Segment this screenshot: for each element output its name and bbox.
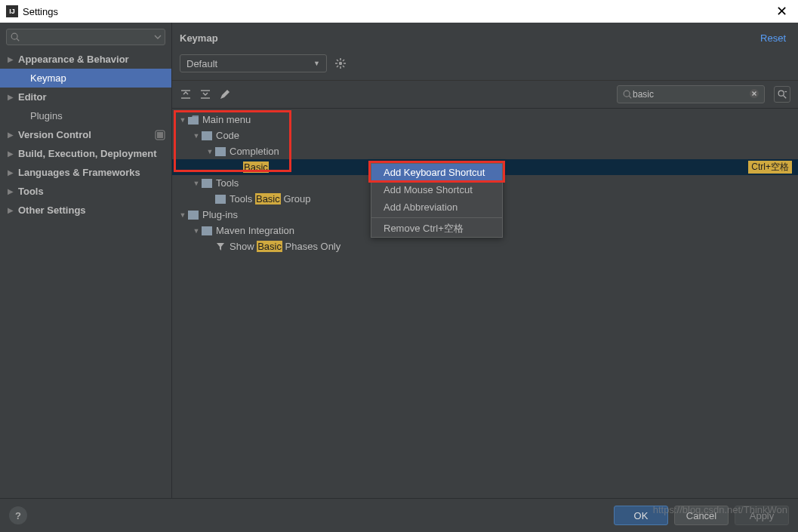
- tree-node-completion[interactable]: ▼Completion: [172, 143, 798, 159]
- settings-sidebar: ▶Appearance & Behavior Keymap ▶Editor Pl…: [0, 23, 172, 498]
- tree-node-show-basic-phases[interactable]: Show Basic Phases Only: [172, 238, 798, 254]
- svg-line-11: [337, 66, 338, 67]
- reset-link[interactable]: Reset: [760, 32, 786, 44]
- filter-icon: [216, 242, 225, 251]
- svg-rect-28: [188, 211, 199, 220]
- ok-button[interactable]: OK: [614, 506, 668, 525]
- folder-icon: [188, 115, 199, 125]
- folder-icon: [202, 226, 212, 235]
- svg-rect-25: [215, 147, 226, 156]
- tree-node-code[interactable]: ▼Code: [172, 128, 798, 143]
- close-icon[interactable]: ✕: [772, 3, 792, 20]
- action-search[interactable]: [617, 85, 765, 103]
- gear-icon[interactable]: [334, 57, 347, 69]
- svg-point-0: [11, 33, 17, 39]
- find-by-shortcut-button[interactable]: [774, 86, 790, 103]
- cancel-button[interactable]: Cancel: [674, 506, 729, 525]
- svg-line-21: [784, 96, 787, 99]
- keymap-scheme-combo[interactable]: Default ▼: [180, 54, 327, 72]
- search-icon: [10, 32, 20, 42]
- sidebar-item-vcs[interactable]: ▶Version Control: [0, 125, 171, 144]
- svg-line-12: [343, 60, 344, 61]
- window-title: Settings: [23, 6, 58, 17]
- folder-icon: [215, 195, 226, 204]
- svg-line-9: [337, 60, 338, 61]
- ctx-add-keyboard[interactable]: Add Keyboard Shortcut: [371, 164, 502, 181]
- ctx-add-mouse[interactable]: Add Mouse Shortcut: [371, 181, 502, 198]
- sidebar-item-keymap[interactable]: Keymap: [0, 69, 171, 88]
- settings-right-panel: Keymap Reset Default ▼: [172, 23, 798, 498]
- sidebar-item-appearance[interactable]: ▶Appearance & Behavior: [0, 50, 171, 69]
- svg-line-10: [343, 66, 344, 67]
- folder-icon: [188, 211, 199, 220]
- edit-icon[interactable]: [219, 88, 231, 100]
- sidebar-item-editor[interactable]: ▶Editor: [0, 88, 171, 106]
- ctx-add-abbr[interactable]: Add Abbreviation: [371, 198, 502, 216]
- shortcut-badge: Ctrl+空格: [748, 161, 792, 174]
- collapse-all-icon[interactable]: [199, 88, 211, 100]
- ctx-remove[interactable]: Remove Ctrl+空格: [371, 220, 502, 237]
- context-menu: Add Keyboard Shortcut Add Mouse Shortcut…: [371, 163, 503, 238]
- sidebar-search[interactable]: [6, 29, 165, 45]
- search-icon: [622, 89, 633, 100]
- sidebar-item-languages[interactable]: ▶Languages & Frameworks: [0, 163, 171, 182]
- sidebar-search-input[interactable]: [23, 32, 151, 42]
- action-search-input[interactable]: [633, 89, 749, 100]
- dialog-footer: ? OK Cancel Apply: [0, 498, 798, 532]
- ctx-separator: [371, 217, 502, 218]
- folder-icon: [202, 131, 212, 140]
- clear-search-icon[interactable]: [749, 88, 759, 101]
- project-icon: [155, 130, 165, 140]
- app-icon: IJ: [6, 5, 18, 17]
- keymap-scheme-value: Default: [186, 58, 217, 69]
- svg-point-4: [339, 62, 342, 65]
- expand-all-icon[interactable]: [180, 88, 192, 100]
- sidebar-item-other[interactable]: ▶Other Settings: [0, 201, 171, 220]
- folder-icon: [202, 179, 212, 188]
- category-list: ▶Appearance & Behavior Keymap ▶Editor Pl…: [0, 50, 171, 498]
- chevron-down-icon: [154, 33, 162, 41]
- svg-point-20: [778, 91, 784, 96]
- panel-title: Keymap: [180, 32, 218, 44]
- svg-rect-26: [202, 179, 212, 188]
- sidebar-item-tools[interactable]: ▶Tools: [0, 182, 171, 201]
- sidebar-item-plugins[interactable]: Plugins: [0, 106, 171, 125]
- apply-button[interactable]: Apply: [735, 506, 789, 525]
- chevron-down-icon: ▼: [313, 60, 320, 67]
- window-titlebar: IJ Settings ✕: [0, 0, 798, 23]
- svg-point-17: [624, 91, 630, 97]
- help-button[interactable]: ?: [9, 506, 27, 524]
- svg-line-1: [17, 38, 19, 41]
- svg-rect-24: [202, 131, 212, 140]
- svg-rect-23: [188, 117, 199, 125]
- folder-icon: [215, 147, 226, 156]
- tree-node-main-menu[interactable]: ▼Main menu: [172, 112, 798, 128]
- svg-line-18: [629, 96, 631, 98]
- svg-rect-3: [157, 132, 163, 138]
- svg-rect-27: [215, 195, 226, 204]
- svg-rect-29: [202, 226, 212, 235]
- sidebar-item-build[interactable]: ▶Build, Execution, Deployment: [0, 144, 171, 163]
